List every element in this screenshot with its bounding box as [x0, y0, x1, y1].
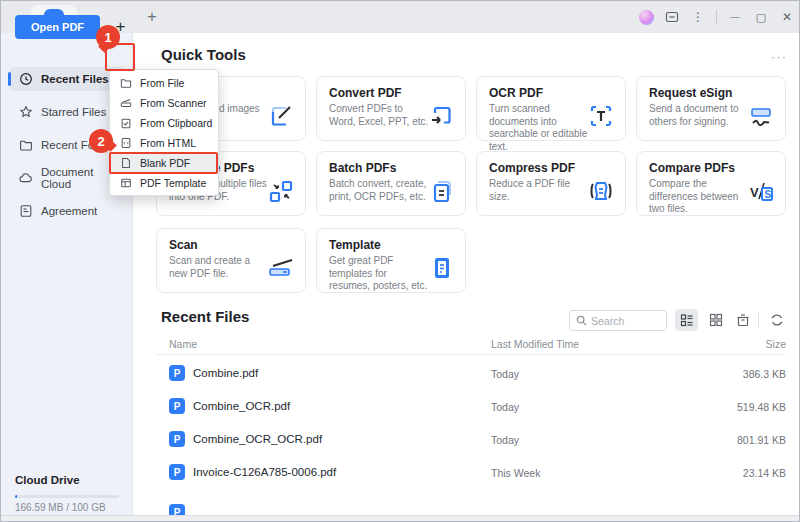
- menu-item-from-file[interactable]: From File: [110, 73, 218, 93]
- file-name: Combine_OCR.pdf: [193, 400, 290, 412]
- column-header-size[interactable]: Size: [756, 338, 786, 350]
- file-size: 519.48 KB: [737, 401, 786, 413]
- card-title: Request eSign: [649, 86, 732, 100]
- open-pdf-button[interactable]: Open PDF: [15, 15, 100, 39]
- card-title: Compare PDFs: [649, 161, 735, 175]
- annotation-rect-blank-pdf: [109, 152, 218, 174]
- pdfelement-window: P + ⋮ — ▢ ✕ Open PDF + Recent Files Star…: [0, 0, 800, 522]
- column-header-modified[interactable]: Last Modified Time: [491, 338, 579, 350]
- grid-view-button[interactable]: [704, 309, 727, 331]
- new-tab-button[interactable]: +: [141, 6, 163, 28]
- sidebar-item-label: Starred Files: [41, 106, 106, 118]
- ai-avatar-icon[interactable]: [639, 10, 654, 25]
- card-compare-pdfs[interactable]: Compare PDFs Compare the differences bet…: [636, 151, 786, 216]
- annotation-step-2: 2: [89, 129, 113, 153]
- sidebar-item-label: Recent Files: [41, 73, 109, 85]
- file-modified: Today: [491, 434, 519, 446]
- menu-item-label: From HTML: [140, 137, 196, 149]
- menu-item-label: PDF Template: [140, 177, 206, 189]
- agreement-icon: [19, 204, 33, 218]
- card-desc: Reduce a PDF file size.: [489, 178, 589, 203]
- file-modified: This Week: [491, 467, 540, 479]
- card-desc: Turn scanned documents into searchable o…: [489, 103, 589, 153]
- file-name: Combine.pdf: [193, 367, 258, 379]
- sidebar-item-agreement[interactable]: Agreement: [9, 199, 125, 223]
- template-icon: [425, 252, 457, 284]
- card-scan[interactable]: Scan Scan and create a new PDF file.: [156, 228, 306, 293]
- search-icon: [576, 315, 587, 326]
- card-request-esign[interactable]: Request eSign Send a document to others …: [636, 76, 786, 141]
- quick-tools-more-button[interactable]: ···: [771, 49, 787, 64]
- file-name: Combine_OCR_OCR.pdf: [193, 433, 322, 445]
- card-desc: Scan and create a new PDF file.: [169, 255, 269, 280]
- card-desc: Get great PDF templates for resumes, pos…: [329, 255, 429, 293]
- pdf-file-icon: P: [169, 398, 185, 414]
- scan-icon: [265, 252, 297, 284]
- file-name: Invoice-C126A785-0006.pdf: [193, 466, 336, 478]
- file-modified: Today: [491, 401, 519, 413]
- batch-icon: [425, 175, 457, 207]
- card-compress-pdf[interactable]: Compress PDF Reduce a PDF file size.: [476, 151, 626, 216]
- annotation-step-1: 1: [96, 25, 120, 49]
- convert-icon: [425, 100, 457, 132]
- pdf-file-icon: P: [169, 464, 185, 480]
- menu-item-from-clipboard[interactable]: From Clipboard: [110, 113, 218, 133]
- file-modified: Today: [491, 368, 519, 380]
- search-input[interactable]: [591, 315, 661, 327]
- svg-text:S: S: [765, 189, 772, 200]
- file-row[interactable]: P Combine_OCR_OCR.pdf Today 801.91 KB: [156, 423, 786, 456]
- file-size: 801.91 KB: [737, 434, 786, 446]
- menu-item-label: From Clipboard: [140, 117, 212, 129]
- sidebar-item-starred-files[interactable]: Starred Files: [9, 100, 125, 124]
- compress-icon: [585, 175, 617, 207]
- titlebar-separator: [716, 10, 717, 24]
- card-desc: Batch convert, create, print, OCR PDFs, …: [329, 178, 429, 203]
- card-desc: Compare the differences between two file…: [649, 178, 749, 216]
- card-convert-pdf[interactable]: Convert PDF Convert PDFs to Word, Excel,…: [316, 76, 466, 141]
- card-ocr-pdf[interactable]: OCR PDF Turn scanned documents into sear…: [476, 76, 626, 141]
- trash-button[interactable]: [731, 309, 754, 331]
- card-title: OCR PDF: [489, 86, 543, 100]
- sidebar-item-document-cloud[interactable]: Document Cloud: [9, 166, 125, 190]
- feedback-icon[interactable]: [664, 9, 680, 25]
- menu-item-label: From File: [140, 77, 184, 89]
- combine-icon: [265, 175, 297, 207]
- refresh-icon[interactable]: [765, 309, 788, 331]
- menu-item-label: From Scanner: [140, 97, 207, 109]
- card-title: Convert PDF: [329, 86, 402, 100]
- search-box[interactable]: [569, 310, 667, 331]
- close-button[interactable]: ✕: [779, 9, 795, 25]
- table-divider: [156, 354, 786, 355]
- pdf-file-icon: P: [169, 365, 185, 381]
- cloud-storage-usage: 166.59 MB / 100 GB: [15, 502, 106, 513]
- menu-item-pdf-template[interactable]: PDF Template: [110, 173, 218, 193]
- card-batch-pdfs[interactable]: Batch PDFs Batch convert, create, print,…: [316, 151, 466, 216]
- folder-icon: [19, 138, 33, 152]
- cloud-icon: [19, 171, 33, 185]
- recent-files-title: Recent Files: [161, 308, 249, 325]
- quick-tools-title: Quick Tools: [161, 46, 246, 63]
- ocr-icon: [585, 100, 617, 132]
- card-title: Compress PDF: [489, 161, 575, 175]
- card-title: Template: [329, 238, 381, 252]
- file-row[interactable]: P Invoice-C126A785-0006.pdf This Week 23…: [156, 456, 786, 489]
- list-view-button[interactable]: [675, 309, 698, 331]
- menu-item-from-scanner[interactable]: From Scanner: [110, 93, 218, 113]
- file-size: 386.3 KB: [743, 368, 786, 380]
- window-bottom-edge: [1, 515, 799, 522]
- cloud-drive-label: Cloud Drive: [15, 474, 80, 486]
- file-row[interactable]: P Combine.pdf Today 386.3 KB: [156, 357, 786, 390]
- maximize-button[interactable]: ▢: [753, 9, 769, 25]
- card-template[interactable]: Template Get great PDF templates for res…: [316, 228, 466, 293]
- minimize-button[interactable]: —: [727, 9, 743, 25]
- card-title: Batch PDFs: [329, 161, 396, 175]
- menu-item-from-html[interactable]: From HTML: [110, 133, 218, 153]
- card-desc: Send a document to others for signing.: [649, 103, 749, 128]
- star-icon: [19, 105, 33, 119]
- card-desc: Convert PDFs to Word, Excel, PPT, etc.: [329, 103, 429, 128]
- file-size: 23.14 KB: [743, 467, 786, 479]
- more-menu-icon[interactable]: ⋮: [690, 9, 706, 25]
- recent-icon: [19, 72, 33, 86]
- file-row[interactable]: P Combine_OCR.pdf Today 519.48 KB: [156, 390, 786, 423]
- column-header-name[interactable]: Name: [169, 338, 197, 350]
